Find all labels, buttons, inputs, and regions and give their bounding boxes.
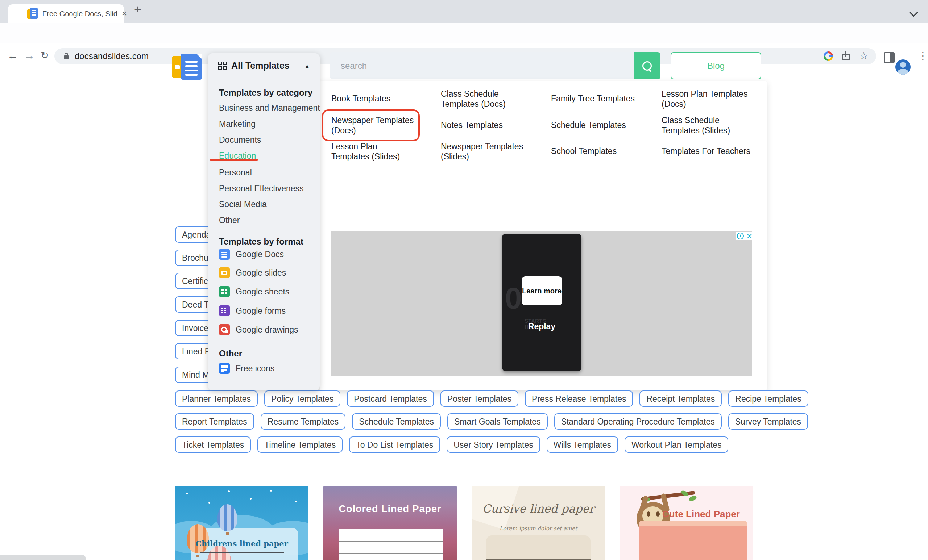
search-icon: [643, 61, 652, 71]
search-input[interactable]: [330, 52, 633, 79]
new-tab-button[interactable]: +: [134, 2, 141, 16]
google-g-icon[interactable]: [824, 52, 833, 61]
all-templates-toggle[interactable]: All Templates ▲: [218, 61, 310, 71]
chip-sop[interactable]: Standard Operating Procedure Templates: [554, 413, 722, 430]
lock-icon: [64, 55, 69, 59]
mega-link[interactable]: Templates For Teachers: [662, 146, 750, 156]
free-icons-icon: [219, 363, 230, 374]
ad-video-phone: 0 STARTSHERE. Learn more Replay: [502, 234, 582, 371]
format-google-slides[interactable]: Google slides: [219, 267, 286, 278]
share-icon[interactable]: [843, 52, 850, 60]
tab-strip: Free Google Docs, Slides, Shee ✕ +: [0, 0, 928, 23]
chip-recipe[interactable]: Recipe Templates: [728, 391, 808, 407]
mega-link[interactable]: Lesson Plan Templates (Slides): [331, 141, 415, 161]
google-docs-icon: [219, 249, 230, 260]
card-title: Childrens lined paper: [175, 539, 308, 548]
chip-poster[interactable]: Poster Templates: [440, 391, 518, 407]
card-title: Colored Lined Paper: [324, 504, 457, 515]
ad-replay-button[interactable]: Replay: [502, 322, 582, 332]
chip-to-do-list[interactable]: To Do List Templates: [349, 437, 440, 453]
ad-container: 0 STARTSHERE. Learn more Replay: [331, 231, 752, 376]
mega-link[interactable]: Book Templates: [331, 93, 415, 103]
back-button[interactable]: ←: [7, 49, 18, 62]
mega-link[interactable]: Lesson Plan Templates (Docs): [662, 89, 750, 109]
chip-postcard[interactable]: Postcard Templates: [347, 391, 434, 407]
category-social-media[interactable]: Social Media: [219, 199, 267, 209]
category-personal[interactable]: Personal: [219, 168, 252, 178]
chip-workout-plan[interactable]: Workout Plan Templates: [624, 437, 728, 453]
reload-button[interactable]: ↻: [41, 49, 49, 62]
chip-resume[interactable]: Resume Templates: [261, 413, 345, 430]
chip-ticket[interactable]: Ticket Templates: [175, 437, 251, 453]
format-google-drawings[interactable]: Google drawings: [219, 324, 298, 335]
category-header: Templates by category: [219, 88, 313, 98]
browser-menu-icon[interactable]: ⋮: [918, 51, 928, 61]
ad-learn-more-button[interactable]: Learn more: [522, 276, 562, 305]
chip-row-2: Report Templates Resume Templates Schedu…: [175, 413, 808, 430]
category-personal-effectiveness[interactable]: Personal Effectiveness: [219, 184, 304, 193]
google-slides-icon: [219, 267, 230, 278]
balloon-blue: [217, 504, 237, 531]
chip-survey[interactable]: Survey Templates: [728, 413, 808, 430]
template-cards-row: Childrens lined paper Colored Lined Pape…: [175, 486, 753, 560]
format-google-docs[interactable]: Google Docs: [219, 249, 284, 260]
status-bubble: [0, 555, 85, 560]
chip-wills[interactable]: Wills Templates: [546, 437, 618, 453]
chip-report[interactable]: Report Templates: [175, 413, 254, 430]
card-paper: [639, 520, 748, 560]
category-business[interactable]: Business and Management: [219, 103, 320, 113]
card-paper: [339, 529, 443, 560]
category-marketing[interactable]: Marketing: [219, 119, 256, 129]
mega-link[interactable]: Schedule Templates: [551, 120, 645, 130]
other-header: Other: [219, 348, 242, 359]
template-card-cute-lined-paper[interactable]: Cute Lined Paper: [620, 486, 753, 560]
forward-button[interactable]: →: [24, 49, 35, 62]
mega-link[interactable]: Notes Templates: [441, 120, 524, 130]
ad-close-icon[interactable]: ✕: [745, 232, 754, 240]
profile-avatar[interactable]: [895, 59, 911, 75]
template-card-colored-lined-paper[interactable]: Colored Lined Paper: [324, 486, 457, 560]
mega-link[interactable]: Family Tree Templates: [551, 93, 645, 103]
annotation-red-underline: [209, 159, 258, 161]
format-google-forms[interactable]: Google forms: [219, 305, 285, 316]
chip-policy[interactable]: Policy Templates: [264, 391, 340, 407]
google-forms-icon: [219, 305, 230, 316]
tab-favicon-docs-icon: [27, 8, 38, 20]
chip-smart-goals[interactable]: Smart Goals Templates: [447, 413, 548, 430]
side-panel-icon[interactable]: [884, 52, 894, 63]
site-logo-docs-icon[interactable]: [172, 53, 205, 80]
blog-button[interactable]: Blog: [671, 52, 761, 79]
category-documents[interactable]: Documents: [219, 135, 261, 145]
mega-link[interactable]: Class Schedule Templates (Slides): [662, 115, 750, 135]
template-card-childrens-lined-paper[interactable]: Childrens lined paper: [175, 486, 308, 560]
search-bar: [330, 52, 633, 79]
mega-link[interactable]: Newspaper Templates (Slides): [441, 141, 524, 161]
mega-link[interactable]: School Templates: [551, 146, 645, 156]
browser-tab[interactable]: Free Google Docs, Slides, Shee ✕: [8, 5, 124, 23]
chip-row-3: Ticket Templates Timeline Templates To D…: [175, 437, 728, 453]
tab-search-chevron-icon[interactable]: [909, 8, 918, 17]
tab-close-icon[interactable]: ✕: [121, 9, 127, 18]
google-sheets-icon: [219, 286, 230, 297]
all-templates-dropdown: All Templates ▲ Templates by category Bu…: [208, 53, 320, 391]
chip-user-story[interactable]: User Story Templates: [447, 437, 540, 453]
category-other[interactable]: Other: [219, 216, 240, 225]
chip-receipt[interactable]: Receipt Templates: [640, 391, 722, 407]
chip-press-release[interactable]: Press Release Templates: [525, 391, 633, 407]
browser-toolbar: ← → ↻ docsandslides.com ☆ ⋮: [0, 23, 928, 43]
card-paper: [486, 536, 591, 560]
ad-faint-text: 0: [505, 281, 522, 316]
format-google-sheets[interactable]: Google sheets: [219, 286, 289, 297]
mega-link[interactable]: Class Schedule Templates (Docs): [441, 89, 524, 109]
tab-title: Free Google Docs, Slides, Shee: [43, 10, 117, 18]
format-free-icons[interactable]: Free icons: [219, 363, 275, 374]
chip-timeline[interactable]: Timeline Templates: [257, 437, 343, 453]
chip-schedule[interactable]: Schedule Templates: [352, 413, 441, 430]
caret-up-icon: ▲: [304, 63, 310, 69]
search-button[interactable]: [633, 52, 661, 79]
chip-planner[interactable]: Planner Templates: [175, 391, 258, 407]
template-card-cursive-lined-paper[interactable]: Cursive lined paper Lorem ipsum dolor se…: [472, 486, 605, 560]
ad-info-icon[interactable]: i: [736, 232, 745, 240]
bookmark-star-icon[interactable]: ☆: [859, 52, 868, 61]
chip-row-1: Planner Templates Policy Templates Postc…: [175, 391, 808, 407]
